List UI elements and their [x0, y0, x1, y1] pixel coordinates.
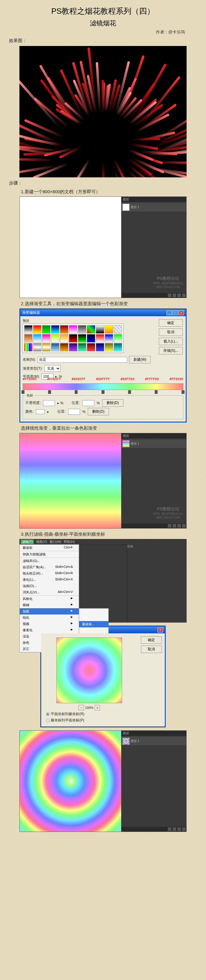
- menu-item[interactable]: 模糊: [20, 602, 79, 608]
- preset-swatch[interactable]: [69, 334, 77, 342]
- preset-swatch[interactable]: [33, 334, 41, 342]
- preset-swatch[interactable]: [78, 343, 86, 352]
- menu-item[interactable]: 油画(O)...: [20, 583, 79, 589]
- preset-swatch[interactable]: [24, 343, 33, 352]
- preset-swatch[interactable]: [42, 343, 51, 352]
- preset-swatch[interactable]: [24, 325, 33, 334]
- menu-item[interactable]: 自适应广角(A)...Shift+Ctrl+A: [20, 564, 79, 570]
- preset-swatch[interactable]: [78, 325, 86, 334]
- polar-option-2[interactable]: 极坐标到平面坐标(P): [46, 718, 133, 723]
- menu-item[interactable]: 波浪...: [79, 609, 108, 615]
- zoom-out-button[interactable]: −: [79, 705, 84, 710]
- polar-cancel-button[interactable]: 取消: [141, 646, 162, 653]
- layer-row[interactable]: 图层 1: [121, 737, 186, 745]
- minimize-icon[interactable]: _: [166, 310, 172, 315]
- preset-swatch[interactable]: [87, 343, 95, 352]
- gradient-stop[interactable]: [22, 390, 24, 394]
- menu-item[interactable]: 波纹...: [79, 615, 108, 621]
- menu-item[interactable]: 滤镜(T): [21, 539, 34, 544]
- preset-swatch[interactable]: [105, 343, 113, 352]
- menubar[interactable]: 滤镜(T)视图(V)窗口(W)帮助(H): [19, 539, 187, 545]
- close-icon[interactable]: ×: [158, 628, 163, 632]
- preset-swatch[interactable]: [60, 325, 68, 334]
- preset-swatch[interactable]: [105, 325, 113, 334]
- panel-icon[interactable]: [173, 294, 176, 297]
- preset-swatch[interactable]: [114, 343, 122, 352]
- menu-item[interactable]: 挤压...: [79, 627, 108, 634]
- preset-swatch[interactable]: [114, 325, 122, 334]
- preset-swatch[interactable]: [24, 334, 33, 342]
- load-button[interactable]: 载入(L)...: [159, 338, 183, 345]
- dialog-titlebar[interactable]: 渐变编辑器 _ □ ×: [20, 309, 186, 316]
- polar-option-1[interactable]: 平面坐标到极坐标(R): [46, 711, 133, 717]
- preset-swatch[interactable]: [33, 343, 41, 352]
- layer-row[interactable]: 图层 1: [121, 203, 186, 212]
- delete-color-button[interactable]: 删除(D): [88, 408, 109, 415]
- gradient-stop[interactable]: [155, 390, 158, 394]
- preset-swatch[interactable]: [42, 334, 51, 342]
- firework-preview: [19, 46, 187, 177]
- color-code: #FFFF80: [145, 377, 159, 381]
- cancel-button[interactable]: 取消: [159, 328, 183, 336]
- color-position-input[interactable]: [68, 409, 80, 415]
- menu-item[interactable]: 帮助(H): [63, 539, 74, 544]
- new-button[interactable]: 新建(W): [129, 356, 151, 363]
- preset-swatch[interactable]: [69, 343, 77, 352]
- preset-swatch[interactable]: [42, 325, 51, 334]
- panel-icon[interactable]: [177, 294, 181, 297]
- gradient-stop[interactable]: [182, 390, 184, 394]
- menu-item[interactable]: 极坐标...: [79, 621, 108, 627]
- menu-item[interactable]: 极坐标Ctrl+F: [20, 545, 79, 551]
- menu-item[interactable]: 像素化: [20, 627, 79, 633]
- menu-item[interactable]: 窗口(W): [49, 539, 62, 544]
- preset-swatch[interactable]: [51, 334, 59, 342]
- preset-swatch[interactable]: [60, 334, 68, 342]
- radio-icon[interactable]: [46, 713, 49, 716]
- menu-item[interactable]: 视图(V): [36, 539, 47, 544]
- maximize-icon[interactable]: □: [173, 310, 178, 315]
- preset-swatch[interactable]: [33, 325, 41, 334]
- delete-stop-button[interactable]: 删除(D): [102, 399, 123, 407]
- gradient-stop[interactable]: [128, 390, 131, 394]
- color-swatch[interactable]: [36, 409, 45, 414]
- position-input[interactable]: [82, 400, 94, 406]
- gradient-stop[interactable]: [48, 390, 51, 394]
- close-icon[interactable]: ×: [179, 310, 184, 315]
- gradient-type-select[interactable]: 实底: [44, 365, 60, 372]
- zoom-in-button[interactable]: +: [95, 705, 100, 710]
- side-tab[interactable]: 仿色: [127, 544, 187, 549]
- preset-swatch[interactable]: [60, 343, 68, 352]
- menu-item[interactable]: 视频: [20, 621, 79, 627]
- save-button[interactable]: 存储(S)...: [159, 347, 183, 355]
- menu-item[interactable]: 扭曲波浪...波纹...极坐标...挤压...切变...球面化...: [20, 608, 79, 614]
- gradient-stop[interactable]: [74, 390, 78, 394]
- menu-item[interactable]: 锐化: [20, 614, 79, 621]
- ok-button[interactable]: 确定: [159, 319, 183, 327]
- menu-item[interactable]: 消失点(V)...Alt+Ctrl+V: [20, 589, 79, 595]
- polar-ok-button[interactable]: 确定: [141, 636, 162, 644]
- panel-icon[interactable]: [182, 294, 186, 297]
- menu-item[interactable]: 滤镜库(G)...: [20, 557, 79, 564]
- preset-swatch[interactable]: [87, 325, 95, 334]
- preset-swatch[interactable]: [51, 325, 59, 334]
- preset-swatch[interactable]: [87, 334, 95, 342]
- menu-item[interactable]: 转换为智能滤镜: [20, 551, 79, 557]
- preset-swatch[interactable]: [96, 334, 104, 342]
- preset-swatch[interactable]: [78, 334, 86, 342]
- preset-swatch[interactable]: [51, 343, 59, 352]
- panel-icon[interactable]: [168, 294, 171, 297]
- gradient-name-input[interactable]: [38, 357, 127, 363]
- preset-swatch[interactable]: [114, 334, 122, 342]
- preset-swatch[interactable]: [105, 334, 113, 342]
- preset-swatch[interactable]: [69, 325, 77, 334]
- radio-icon[interactable]: [46, 719, 49, 722]
- opacity-input[interactable]: [43, 400, 55, 406]
- preset-swatch[interactable]: [96, 325, 104, 334]
- layer-row[interactable]: 图层 1: [121, 439, 186, 448]
- gradient-bar[interactable]: [23, 383, 183, 390]
- menu-item[interactable]: 镜头校正(R)...Shift+Ctrl+R: [20, 570, 79, 577]
- menu-item[interactable]: 风格化: [20, 595, 79, 602]
- gradient-stop[interactable]: [101, 390, 105, 394]
- preset-swatch[interactable]: [96, 343, 104, 352]
- menu-item[interactable]: 液化(L)...Shift+Ctrl+X: [20, 577, 79, 583]
